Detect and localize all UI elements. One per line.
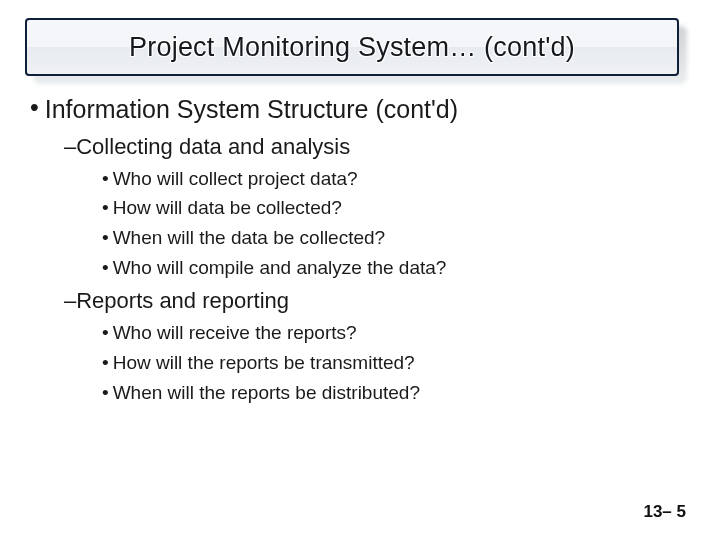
level3-item: • Who will receive the reports? xyxy=(102,321,690,346)
level3-bullet-icon: • xyxy=(102,381,109,405)
level3-item: • Who will collect project data? xyxy=(102,167,690,192)
level3-bullet-icon: • xyxy=(102,226,109,250)
level2-item: –Collecting data and analysis xyxy=(64,132,690,162)
slide-number: 13– 5 xyxy=(643,502,686,522)
level3-text: Who will compile and analyze the data? xyxy=(113,256,447,281)
level1-text: Information System Structure (cont'd) xyxy=(45,94,458,124)
level2-text: –Reports and reporting xyxy=(64,288,289,313)
level2-text: –Collecting data and analysis xyxy=(64,134,350,159)
level3-text: When will the data be collected? xyxy=(113,226,386,251)
level3-group: • Who will collect project data? • How w… xyxy=(102,167,690,281)
level3-item: • When will the data be collected? xyxy=(102,226,690,251)
level3-bullet-icon: • xyxy=(102,196,109,220)
level3-text: How will the reports be transmitted? xyxy=(113,351,415,376)
level3-text: Who will collect project data? xyxy=(113,167,358,192)
level3-item: • Who will compile and analyze the data? xyxy=(102,256,690,281)
level3-text: How will data be collected? xyxy=(113,196,342,221)
slide-title-container: Project Monitoring System… (cont'd) xyxy=(25,0,695,76)
level3-item: • How will data be collected? xyxy=(102,196,690,221)
level3-bullet-icon: • xyxy=(102,256,109,280)
level3-item: • When will the reports be distributed? xyxy=(102,381,690,406)
level3-bullet-icon: • xyxy=(102,321,109,345)
level2-item: –Reports and reporting xyxy=(64,286,690,316)
slide-title: Project Monitoring System… (cont'd) xyxy=(129,32,575,63)
level3-text: When will the reports be distributed? xyxy=(113,381,420,406)
level1-bullet-icon: • xyxy=(30,94,39,122)
slide-content: • Information System Structure (cont'd) … xyxy=(0,76,720,405)
level3-bullet-icon: • xyxy=(102,167,109,191)
level3-group: • Who will receive the reports? • How wi… xyxy=(102,321,690,405)
level1-item: • Information System Structure (cont'd) xyxy=(30,94,690,124)
level3-item: • How will the reports be transmitted? xyxy=(102,351,690,376)
slide-title-box: Project Monitoring System… (cont'd) xyxy=(25,18,679,76)
level3-text: Who will receive the reports? xyxy=(113,321,357,346)
level3-bullet-icon: • xyxy=(102,351,109,375)
